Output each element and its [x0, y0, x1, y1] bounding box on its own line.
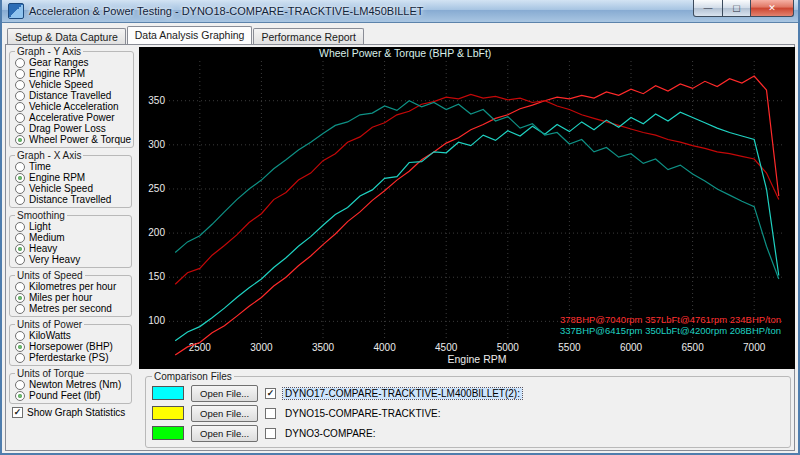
minimize-button[interactable] [693, 0, 723, 17]
radio-distance-travelled-x[interactable]: Distance Travelled [15, 194, 129, 205]
radio-label: KiloWatts [29, 330, 71, 341]
radio-smoothing-very-heavy[interactable]: Very Heavy [15, 254, 129, 265]
checkbox-label: Show Graph Statistics [27, 407, 125, 418]
radio-icon [15, 304, 25, 314]
radio-smoothing-medium[interactable]: Medium [15, 232, 129, 243]
radio-engine-rpm-y[interactable]: Engine RPM [15, 68, 131, 79]
file-checkbox-unchecked[interactable] [265, 428, 276, 439]
group-units-speed: Units of Speed Kilometres per hour Miles… [9, 270, 132, 317]
file-checkbox-checked[interactable] [265, 388, 276, 399]
radio-kilowatts[interactable]: KiloWatts [15, 330, 129, 341]
radio-label: Time [29, 161, 51, 172]
window-controls [693, 0, 794, 17]
tab-zone: Setup & Data Capture Data Analysis Graph… [2, 23, 798, 454]
radio-label: Drag Power Loss [29, 123, 106, 134]
comparison-files-group: Comparison Files Open File... DYNO17-COM… [145, 371, 791, 448]
radio-gear-ranges[interactable]: Gear Ranges [15, 57, 131, 68]
radio-engine-rpm-x[interactable]: Engine RPM [15, 172, 129, 183]
tab-data-analysis-graphing[interactable]: Data Analysis Graphing [127, 26, 253, 44]
main-area: 2500300035004000450050005500600065007000… [135, 45, 794, 450]
radio-label: Distance Travelled [29, 90, 111, 101]
radio-icon-selected [15, 391, 25, 401]
radio-icon [15, 255, 25, 265]
file-label[interactable]: DYNO15-COMPARE-TRACKTIVE: [283, 408, 442, 419]
radio-pound-feet[interactable]: Pound Feet (lbf) [15, 390, 129, 401]
group-units-power: Units of Power KiloWatts Horsepower (BHP… [9, 319, 132, 366]
radio-vehicle-speed-x[interactable]: Vehicle Speed [15, 183, 129, 194]
window-title: Acceleration & Power Testing - DYNO18-CO… [29, 5, 424, 17]
svg-text:337BHP@6415rpm 350LbFt@4200rpm: 337BHP@6415rpm 350LbFt@4200rpm 208BHP/to… [560, 325, 781, 336]
svg-text:250: 250 [148, 183, 165, 194]
app-window: Acceleration & Power Testing - DYNO18-CO… [0, 0, 800, 455]
radio-label: Accelerative Power [29, 112, 115, 123]
radio-newton-metres[interactable]: Newton Metres (Nm) [15, 379, 129, 390]
file-label[interactable]: DYNO17-COMPARE-TRACKTIVE-LM400BILLET(2): [283, 388, 522, 399]
radio-icon [15, 233, 25, 243]
radio-distance-travelled-y[interactable]: Distance Travelled [15, 90, 131, 101]
radio-pferdestarke[interactable]: Pferdestarke (PS) [15, 352, 129, 363]
svg-text:Wheel Power & Torque (BHP & Lb: Wheel Power & Torque (BHP & LbFt) [319, 47, 491, 59]
radio-icon [15, 69, 25, 79]
radio-icon-selected [15, 173, 25, 183]
svg-text:5500: 5500 [558, 342, 581, 353]
radio-kmh[interactable]: Kilometres per hour [15, 281, 129, 292]
svg-text:300: 300 [148, 139, 165, 150]
radio-icon [15, 331, 25, 341]
open-file-button-3[interactable]: Open File... [191, 425, 258, 442]
tab-page: Graph - Y Axis Gear Ranges Engine RPM Ve… [5, 44, 795, 451]
radio-icon [15, 80, 25, 90]
radio-icon [15, 113, 25, 123]
radio-icon-selected [15, 342, 25, 352]
radio-label: Newton Metres (Nm) [29, 379, 121, 390]
tab-setup-data-capture[interactable]: Setup & Data Capture [7, 28, 126, 45]
maximize-button[interactable] [723, 0, 750, 17]
open-file-button-2[interactable]: Open File... [191, 405, 258, 422]
radio-label: Engine RPM [29, 68, 85, 79]
close-button[interactable] [750, 0, 794, 17]
radio-ms[interactable]: Metres per second [15, 303, 129, 314]
svg-text:3500: 3500 [312, 342, 335, 353]
radio-accelerative-power[interactable]: Accelerative Power [15, 112, 131, 123]
svg-text:150: 150 [148, 271, 165, 282]
radio-icon [15, 380, 25, 390]
radio-icon [15, 222, 25, 232]
group-units-torque: Units of Torque Newton Metres (Nm) Pound… [9, 368, 132, 404]
file-color-swatch-yellow [152, 406, 184, 420]
radio-label: Pound Feet (lbf) [29, 390, 101, 401]
svg-text:350: 350 [148, 95, 165, 106]
radio-label: Metres per second [29, 303, 112, 314]
radio-time[interactable]: Time [15, 161, 129, 172]
radio-label: Wheel Power & Torque [29, 134, 131, 145]
radio-smoothing-heavy[interactable]: Heavy [15, 243, 129, 254]
show-graph-statistics-checkbox[interactable]: Show Graph Statistics [12, 406, 135, 419]
tab-performance-report[interactable]: Performance Report [253, 28, 364, 45]
svg-text:6000: 6000 [620, 342, 643, 353]
svg-text:7000: 7000 [743, 342, 766, 353]
radio-horsepower[interactable]: Horsepower (BHP) [15, 341, 129, 352]
radio-label: Kilometres per hour [29, 281, 116, 292]
svg-text:3000: 3000 [250, 342, 273, 353]
radio-vehicle-acceleration[interactable]: Vehicle Acceleration [15, 101, 131, 112]
radio-mph[interactable]: Miles per hour [15, 292, 129, 303]
radio-icon-selected [15, 244, 25, 254]
group-smoothing: Smoothing Light Medium Heavy Very Heavy [9, 210, 132, 268]
file-label[interactable]: DYNO3-COMPARE: [283, 428, 377, 439]
radio-smoothing-light[interactable]: Light [15, 221, 129, 232]
radio-wheel-power-torque[interactable]: Wheel Power & Torque [15, 134, 131, 145]
open-file-button-1[interactable]: Open File... [191, 385, 258, 402]
radio-icon-selected [15, 135, 25, 145]
tab-strip: Setup & Data Capture Data Analysis Graph… [5, 26, 795, 44]
radio-drag-power-loss[interactable]: Drag Power Loss [15, 123, 131, 134]
comparison-row: Open File... DYNO3-COMPARE: [152, 423, 786, 443]
file-checkbox-unchecked[interactable] [265, 408, 276, 419]
group-y-axis-title: Graph - Y Axis [15, 46, 83, 57]
group-x-axis: Graph - X Axis Time Engine RPM Vehicle S… [9, 150, 132, 208]
power-torque-chart: 2500300035004000450050005500600065007000… [139, 47, 795, 369]
group-units-speed-title: Units of Speed [15, 270, 85, 281]
titlebar: Acceleration & Power Testing - DYNO18-CO… [2, 0, 798, 23]
radio-icon [15, 58, 25, 68]
svg-text:Engine RPM: Engine RPM [448, 353, 507, 365]
radio-vehicle-speed-y[interactable]: Vehicle Speed [15, 79, 131, 90]
app-icon [8, 3, 24, 19]
radio-icon-selected [15, 293, 25, 303]
